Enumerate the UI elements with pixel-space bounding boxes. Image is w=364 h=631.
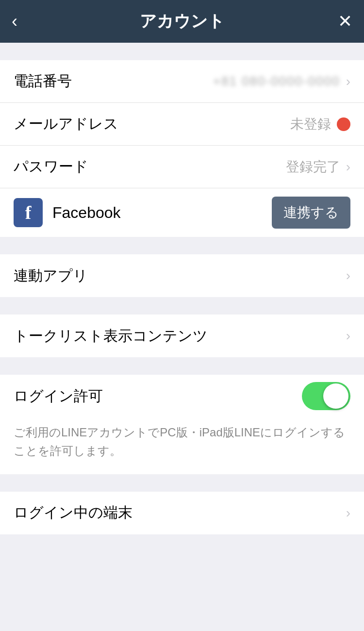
login-permission-description: ご利用のLINEアカウントでPC版・iPad版LINEにログインすることを許可し… <box>0 417 364 474</box>
chevron-icon: › <box>346 505 350 521</box>
logged-in-devices-section: ログイン中の端末 › <box>0 492 364 534</box>
email-value: 未登録 <box>290 115 331 133</box>
close-button[interactable]: ✕ <box>338 13 352 30</box>
phone-row[interactable]: 電話番号 +81 080-0000-0000 › <box>0 60 364 103</box>
login-permission-row: ログイン許可 <box>0 375 364 417</box>
talk-list-label: トークリスト表示コンテンツ <box>14 326 208 346</box>
talk-list-row[interactable]: トークリスト表示コンテンツ › <box>0 315 364 357</box>
gap-1 <box>0 237 364 254</box>
top-gap <box>0 43 364 60</box>
phone-value: +81 080-0000-0000 <box>213 74 340 89</box>
email-right: 未登録 <box>290 115 350 133</box>
password-label: パスワード <box>14 157 88 177</box>
facebook-row: f Facebook 連携する <box>0 188 364 237</box>
gap-2 <box>0 297 364 315</box>
linked-apps-row[interactable]: 連動アプリ › <box>0 254 364 297</box>
login-section: ログイン許可 ご利用のLINEアカウントでPC版・iPad版LINEにログインす… <box>0 375 364 474</box>
facebook-icon: f <box>14 198 43 227</box>
linked-apps-section: 連動アプリ › <box>0 254 364 297</box>
email-row[interactable]: メールアドレス 未登録 <box>0 103 364 146</box>
facebook-left: f Facebook <box>14 198 121 227</box>
linked-apps-right: › <box>346 268 350 283</box>
account-section: 電話番号 +81 080-0000-0000 › メールアドレス 未登録 パスワ… <box>0 60 364 237</box>
gap-3 <box>0 357 364 375</box>
page-title: アカウント <box>140 10 225 33</box>
password-row[interactable]: パスワード 登録完了 › <box>0 146 364 188</box>
talk-list-right: › <box>346 328 350 344</box>
back-button[interactable]: ‹ <box>12 13 17 30</box>
logged-in-devices-right: › <box>346 505 350 521</box>
logged-in-devices-row[interactable]: ログイン中の端末 › <box>0 492 364 534</box>
chevron-icon: › <box>346 159 350 175</box>
password-value: 登録完了 <box>286 158 340 176</box>
chevron-icon: › <box>346 328 350 344</box>
notification-badge <box>337 117 350 131</box>
chevron-icon: › <box>346 268 350 283</box>
phone-label: 電話番号 <box>14 71 72 91</box>
header: ‹ アカウント ✕ <box>0 0 364 43</box>
password-right: 登録完了 › <box>286 158 350 176</box>
facebook-label: Facebook <box>52 204 121 222</box>
connect-button[interactable]: 連携する <box>272 197 350 229</box>
toggle-knob <box>323 383 348 409</box>
logged-in-devices-label: ログイン中の端末 <box>14 503 132 523</box>
linked-apps-label: 連動アプリ <box>14 266 88 286</box>
chevron-icon: › <box>346 74 350 89</box>
gap-4 <box>0 474 364 492</box>
email-label: メールアドレス <box>14 114 118 134</box>
login-permission-label: ログイン許可 <box>14 386 103 406</box>
talk-list-section: トークリスト表示コンテンツ › <box>0 315 364 357</box>
phone-right: +81 080-0000-0000 › <box>213 74 350 89</box>
login-permission-toggle[interactable] <box>302 382 350 410</box>
